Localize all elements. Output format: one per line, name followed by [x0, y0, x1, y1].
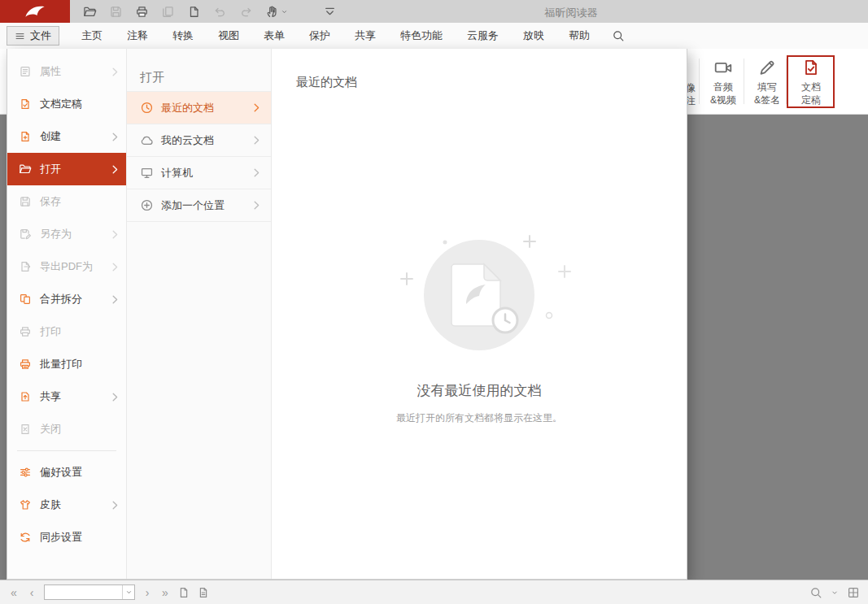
item-label: 合并拆分 [40, 292, 104, 306]
file-menu-item-print[interactable]: 打印 [7, 315, 126, 348]
redo-icon[interactable] [239, 5, 253, 19]
file-menu-item-save[interactable]: 保存 [7, 185, 126, 218]
item-label: 保存 [40, 194, 118, 209]
menu-tab-form[interactable]: 表单 [251, 23, 297, 49]
open-submenu-item-recent-documents[interactable]: 最近的文档 [127, 92, 271, 124]
single-page-view-icon[interactable] [177, 586, 190, 599]
next-page-button[interactable]: › [142, 586, 153, 599]
chevron-right-icon [112, 165, 118, 174]
file-menu-panel: 属性 文档定稿 创建 打开 保存 另 [7, 49, 687, 580]
save-icon [19, 195, 32, 208]
file-menu-item-export-pdf[interactable]: 导出PDF为 [7, 250, 126, 283]
add-place-icon [140, 198, 154, 212]
file-menu-item-sync-settings[interactable]: 同步设置 [7, 521, 126, 554]
customize-toolbar-icon[interactable] [323, 5, 337, 19]
menu-tab-special-features[interactable]: 特色功能 [388, 23, 455, 49]
undo-icon[interactable] [213, 5, 227, 19]
hand-tool-button[interactable] [265, 5, 288, 19]
fit-page-icon[interactable] [847, 586, 860, 599]
open-submenu-item-add-place[interactable]: 添加一个位置 [127, 189, 271, 222]
new-document-icon[interactable] [187, 5, 201, 19]
menu-tab-convert[interactable]: 转换 [160, 23, 206, 49]
chevron-right-icon [254, 201, 260, 210]
pane-title: 最近的文档 [272, 49, 687, 90]
ribbon-cut-group: 像 注 [686, 81, 698, 107]
video-camera-icon [713, 58, 733, 77]
print-icon[interactable] [135, 5, 149, 19]
save-icon[interactable] [109, 5, 123, 19]
empty-state-title: 没有最近使用的文档 [272, 381, 687, 400]
open-submenu-header: 打开 [127, 49, 271, 91]
item-label: 创建 [40, 129, 104, 144]
statusbar-right-tools [809, 586, 860, 599]
item-label: 同步设置 [40, 530, 118, 545]
chevron-right-icon [254, 168, 260, 177]
open-submenu-item-cloud-documents[interactable]: 我的云文档 [127, 124, 271, 157]
file-menu-item-share[interactable]: 共享 [7, 380, 126, 413]
continuous-view-icon[interactable] [197, 586, 210, 599]
preferences-icon [19, 466, 32, 479]
ribbon-button-doc-finalize[interactable]: 文档 定稿 [789, 49, 833, 106]
empty-state-illustration [382, 218, 577, 372]
item-label: 最近的文档 [161, 101, 246, 115]
open-submenu-item-computer[interactable]: 计算机 [127, 157, 271, 189]
page-number-combobox[interactable] [44, 584, 135, 600]
ribbon-button-audio-video[interactable]: 音频 &视频 [701, 49, 745, 106]
file-menu-item-skin[interactable]: 皮肤 [7, 489, 126, 521]
page-number-input[interactable] [45, 585, 122, 599]
open-submenu-list: 最近的文档 我的云文档 计算机 添加一个位置 [127, 91, 271, 222]
chevron-right-icon [112, 393, 118, 402]
item-label: 皮肤 [40, 498, 104, 512]
title-bar: 福昕阅读器 [0, 0, 868, 23]
hand-tool-icon [265, 5, 279, 19]
menu-tab-protect[interactable]: 保护 [297, 23, 342, 49]
doc-finalize-icon [19, 98, 32, 111]
cloud-icon [140, 133, 154, 147]
item-label: 打印 [40, 324, 118, 339]
print-icon [19, 325, 32, 338]
chevron-right-icon [112, 230, 118, 239]
item-label: 打开 [40, 162, 104, 176]
file-menu-item-combine-split[interactable]: 合并拆分 [7, 283, 126, 315]
zoom-tool-icon[interactable] [809, 586, 822, 599]
chevron-right-icon [254, 136, 260, 145]
menu-tab-view[interactable]: 视图 [206, 23, 251, 49]
file-menu-item-doc-finalize[interactable]: 文档定稿 [7, 88, 126, 120]
first-page-button[interactable]: « [8, 586, 20, 599]
open-folder-icon[interactable] [83, 5, 97, 19]
sync-icon [19, 531, 32, 544]
file-menu-item-open[interactable]: 打开 [7, 153, 126, 185]
empty-state: 没有最近使用的文档 最近打开的所有文档都将显示在这里。 [272, 218, 687, 425]
file-menu-item-create[interactable]: 创建 [7, 120, 126, 153]
menu-tab-comment[interactable]: 注释 [115, 23, 160, 49]
close-document-icon [19, 423, 32, 436]
copy-document-icon[interactable] [161, 5, 175, 19]
empty-state-subtitle: 最近打开的所有文档都将显示在这里。 [272, 411, 687, 425]
item-label: 导出PDF为 [40, 259, 104, 274]
menu-tab-cloud-service[interactable]: 云服务 [455, 23, 511, 49]
menu-tab-share[interactable]: 共享 [342, 23, 388, 49]
file-menu-item-save-as[interactable]: 另存为 [7, 218, 126, 250]
file-menu-item-properties[interactable]: 属性 [7, 55, 126, 88]
file-menu-item-close[interactable]: 关闭 [7, 413, 126, 445]
combine-split-icon [19, 293, 32, 306]
page-combobox-caret[interactable] [122, 585, 134, 599]
pencil-icon [757, 58, 777, 77]
item-label: 批量打印 [40, 357, 118, 372]
doc-finalize-icon [801, 58, 821, 77]
menu-tab-help[interactable]: 帮助 [556, 23, 602, 49]
last-page-button[interactable]: » [159, 586, 171, 599]
app-window: 福昕阅读器 文件 主页 注释 转换 视图 表单 保护 共享 特色功能 云服务 放… [0, 0, 868, 604]
file-menu-item-batch-print[interactable]: 批量打印 [7, 348, 126, 380]
zoom-caret-icon[interactable] [831, 589, 839, 597]
file-menu-item-preferences[interactable]: 偏好设置 [7, 456, 126, 489]
menu-tab-slideshow[interactable]: 放映 [511, 23, 556, 49]
item-label: 共享 [40, 389, 104, 404]
chevron-right-icon [112, 67, 118, 76]
menu-tab-home[interactable]: 主页 [69, 23, 115, 49]
search-icon[interactable] [612, 29, 625, 42]
ribbon-button-fill-sign[interactable]: 填写 &签名 [745, 49, 789, 106]
file-menu-button[interactable]: 文件 [7, 26, 59, 46]
prev-page-button[interactable]: ‹ [26, 586, 37, 599]
skin-icon [19, 498, 32, 511]
